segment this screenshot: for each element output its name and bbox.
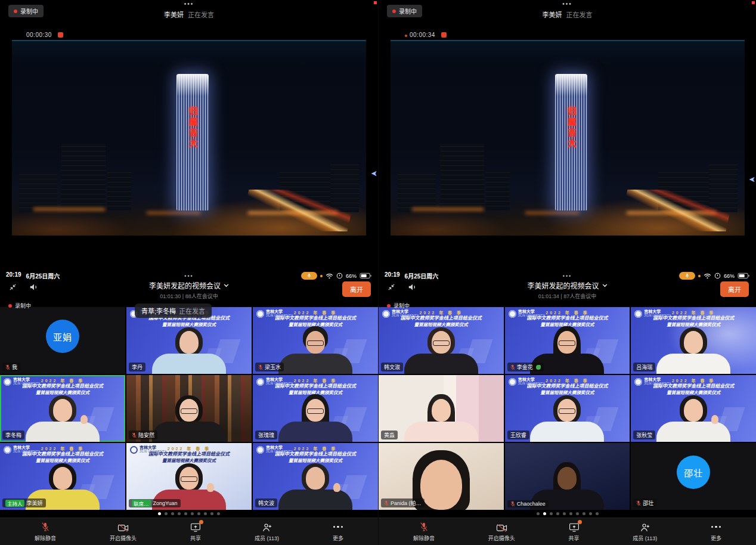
chevron-down-icon — [602, 284, 608, 287]
menu-dots-icon[interactable]: ••• — [379, 1, 756, 7]
mic-muted-icon — [510, 364, 515, 370]
page-dot — [197, 512, 200, 515]
city-lights — [33, 208, 105, 210]
more-button[interactable]: 更多 — [711, 522, 721, 542]
page-dot — [158, 512, 161, 515]
video-tile[interactable]: 吉林大学JILIN UNIVERSITY 2022 年 春 季国际中文教师奖学金… — [253, 375, 378, 442]
menu-dots-icon[interactable]: ••• — [0, 1, 378, 7]
shared-video-stage[interactable]: 归属吉大 — [12, 40, 366, 236]
building-silhouette — [440, 144, 484, 208]
wifi-icon — [326, 273, 333, 279]
building-silhouette — [61, 144, 106, 208]
page-dot — [543, 512, 546, 515]
video-tile[interactable]: 陆安然 — [126, 375, 252, 442]
tower-light-text: 归属吉大 — [187, 107, 199, 150]
meeting-toolbar: 解除静音 开启摄像头 共享 成员 (113) 更多 — [379, 518, 756, 545]
tool-label: 开启摄像头 — [110, 534, 137, 542]
cursor-icon: ➤ — [749, 175, 755, 184]
timer-value: 00:00:30 — [26, 32, 52, 38]
avatar: 亚娟 — [46, 320, 79, 353]
shared-video-stage[interactable]: 归属吉大 — [391, 40, 745, 236]
video-tile[interactable]: 吉林大学JILIN UNIVERSITY 2022 年 春 季国际中文教师奖学金… — [379, 307, 504, 374]
stop-recording-button[interactable] — [441, 32, 447, 38]
speaker-name: 李美妍 — [164, 11, 184, 18]
participant-name: 我 — [12, 363, 17, 371]
recording-timer: 00:00:30 — [26, 32, 63, 38]
page-dot — [210, 512, 213, 515]
video-tile[interactable]: 吉林大学JILIN UNIVERSITY 2022 年 春 季国际中文教师奖学金… — [505, 375, 630, 442]
unmute-button[interactable]: 解除静音 — [35, 522, 56, 542]
members-icon — [640, 522, 650, 532]
page-indicator[interactable] — [379, 512, 756, 515]
share-button[interactable]: 共享 — [190, 522, 201, 542]
video-tile[interactable]: 吉林大学JILIN UNIVERSITY 2022 年 春 季国际中文教师奖学金… — [126, 443, 252, 510]
page-dot — [191, 512, 194, 515]
mic-muted-icon — [5, 364, 10, 370]
video-tile[interactable]: 亚娟 我 — [0, 307, 125, 374]
page-indicator[interactable] — [0, 512, 378, 515]
leave-button[interactable]: 离开 — [342, 281, 371, 297]
record-dot-icon — [405, 35, 407, 37]
participant-nameplate: 主持人 李美妍 — [2, 498, 46, 507]
participant-grid: 录制中 吉林大学JILIN UNIVERSITY 2022 年 春 季国际中文教… — [379, 300, 756, 518]
screen-recording-left: 录制中 ••• 李美妍 正在发言 00:00:30 归属吉大 ➤ — [0, 0, 378, 545]
participant-name: 李美妍 — [27, 499, 43, 507]
page-dot — [204, 512, 207, 515]
video-tile[interactable]: 吉林大学JILIN UNIVERSITY 2022 年 春 季国际中文教师奖学金… — [0, 375, 125, 442]
page-dot — [596, 512, 599, 515]
video-tile[interactable]: 吉林大学JILIN UNIVERSITY 2022 年 春 季国际中文教师奖学金… — [631, 375, 756, 442]
participant-nameplate: 我 — [2, 363, 20, 371]
participant-name: 黄淼 — [384, 431, 395, 439]
participant-name: 李冬梅 — [5, 431, 21, 439]
members-button[interactable]: 成员 (113) — [633, 522, 657, 542]
mic-muted-icon — [419, 522, 429, 532]
tool-label: 更多 — [333, 534, 343, 542]
orientation-lock-icon — [336, 272, 343, 279]
meeting-title-block[interactable]: 李美妍发起的视频会议 01:01:30 | 88人在会议中 — [0, 280, 378, 300]
video-tile[interactable]: Panida (帕… — [379, 443, 504, 510]
video-tile[interactable]: 吉林大学JILIN UNIVERSITY 2022 年 春 季国际中文教师奖学金… — [0, 443, 125, 510]
grid-recording-indicator: 录制中 — [8, 302, 31, 309]
mic-muted-icon — [132, 432, 137, 438]
share-button[interactable]: 共享 — [569, 522, 580, 542]
grid-recording-label: 录制中 — [394, 302, 410, 309]
meeting-header: 李美妍发起的视频会议 01:01:30 | 88人在会议中 离开 — [0, 280, 378, 299]
participant-nameplate: 黄淼 — [381, 431, 398, 439]
camera-on-button[interactable]: 开启摄像头 — [110, 522, 137, 542]
meeting-title-block[interactable]: 李美妍发起的视频会议 01:01:34 | 87人在会议中 — [379, 280, 756, 300]
camera-on-button[interactable]: 开启摄像头 — [488, 522, 515, 542]
meeting-toolbar: 解除静音 开启摄像头 共享 成员 (113) 更多 — [0, 518, 378, 545]
participant-name: 韩文淑 — [384, 363, 400, 371]
participant-nameplate: 邵壮 — [633, 498, 656, 507]
unmute-button[interactable]: 解除静音 — [413, 522, 435, 542]
video-tile[interactable]: Chaochalee — [505, 443, 630, 510]
video-tile[interactable]: 吉林大学JILIN UNIVERSITY 2022 年 春 季国际中文教师奖学金… — [505, 307, 630, 374]
participant-name: 吕海瑞 — [636, 363, 652, 371]
toast-status: 正在发言 — [179, 306, 205, 315]
record-dot-icon — [387, 304, 391, 308]
record-indicator-dot — [752, 1, 755, 4]
video-tile[interactable]: 吉林大学JILIN UNIVERSITY 2022 年 春 季国际中文教师奖学金… — [253, 443, 378, 510]
camera-muted-icon — [496, 523, 507, 532]
lit-tower: 归属吉大 — [555, 74, 587, 210]
tool-label: 共享 — [190, 534, 201, 542]
video-tile[interactable]: 黄淼 — [379, 375, 504, 442]
more-button[interactable]: 更多 — [333, 522, 343, 542]
page-dot — [171, 512, 174, 515]
status-icons: 66% — [679, 272, 750, 280]
leave-button[interactable]: 离开 — [720, 281, 749, 297]
notification-dot — [199, 520, 203, 524]
speaker-name: 李美妍 — [542, 11, 562, 18]
participant-nameplate: 韩文淑 — [381, 363, 403, 371]
video-tile[interactable]: 邵壮 邵壮 — [631, 443, 756, 510]
members-button[interactable]: 成员 (113) — [255, 522, 279, 542]
stop-recording-button[interactable] — [58, 32, 63, 38]
participant-nameplate: 李丹 — [129, 363, 145, 371]
tool-label: 解除静音 — [413, 534, 435, 542]
video-tile[interactable]: 吉林大学JILIN UNIVERSITY 2022 年 春 季国际中文教师奖学金… — [253, 307, 378, 374]
meeting-subtitle: 01:01:30 | 88人在会议中 — [0, 292, 378, 300]
meeting-header: 李美妍发起的视频会议 01:01:34 | 87人在会议中 离开 — [379, 280, 756, 299]
page-dot — [537, 512, 540, 515]
city-lights — [147, 212, 200, 214]
video-tile[interactable]: 吉林大学JILIN UNIVERSITY 2022 年 春 季国际中文教师奖学金… — [631, 307, 756, 374]
